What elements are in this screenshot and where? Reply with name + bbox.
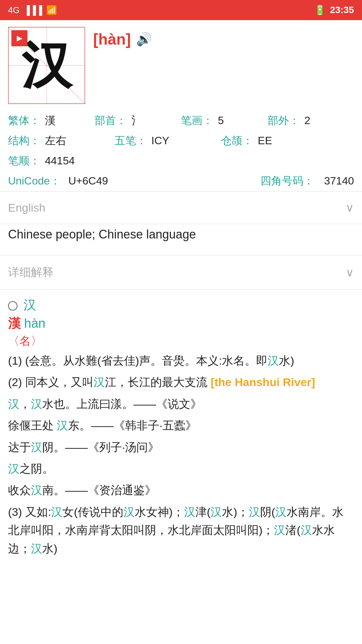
detail-para-4: 徐偃王处 汉东。——《韩非子·五蠹》 bbox=[8, 416, 354, 434]
detail-para-1: (1) (会意。从水難(省去佳)声。音燢。本义:水名。即汉水) bbox=[8, 352, 354, 370]
traditional-label: 繁体： bbox=[8, 113, 45, 128]
strokes-label: 笔画： bbox=[181, 113, 218, 128]
circle-marker-icon bbox=[8, 301, 17, 311]
strokes-outside-cell: 部外： 2 bbox=[267, 113, 354, 128]
structure-value: 左右 bbox=[45, 133, 115, 148]
detail-section-header[interactable]: 详细解释 ∨ bbox=[0, 255, 362, 289]
detail-chevron-icon: ∨ bbox=[346, 266, 354, 279]
inline-char: 汉 bbox=[249, 505, 260, 518]
clock: 23:35 bbox=[330, 5, 354, 15]
pos-tag: 〈名〉 bbox=[8, 333, 354, 349]
strokes-cell: 笔画： 5 bbox=[181, 113, 267, 128]
inline-english: [the Hanshui River] bbox=[210, 376, 315, 388]
detail-para-3: 汉，汉水也。上流曰漾。——《说文》 bbox=[8, 395, 354, 413]
unicode-value: U+6C49 bbox=[68, 175, 260, 187]
signal-label: 4G bbox=[8, 5, 20, 15]
inline-char: 汉 bbox=[31, 441, 42, 453]
entry-main-char: 漢 bbox=[8, 316, 21, 330]
english-section-label: English bbox=[8, 201, 46, 214]
stroke-order-value: 44154 bbox=[45, 155, 354, 167]
inline-char: 汉 bbox=[275, 505, 287, 518]
inline-char: 汉 bbox=[31, 397, 42, 410]
four-corner-label: 四角号码： bbox=[260, 174, 324, 189]
inline-char: 汉 bbox=[210, 505, 222, 518]
english-section-header[interactable]: English ∨ bbox=[0, 192, 362, 224]
radical-value: 氵 bbox=[131, 113, 181, 128]
status-left: 4G ▐▐▐ 📶 bbox=[8, 5, 57, 15]
battery-icon: 🔋 bbox=[314, 5, 326, 16]
inline-char: 汉 bbox=[267, 354, 279, 367]
inline-char: 汉 bbox=[51, 505, 62, 518]
play-button[interactable] bbox=[11, 30, 27, 46]
entry-circle-char: 汉 bbox=[23, 298, 36, 312]
cangjie-cell: 仓颉： EE bbox=[221, 133, 327, 148]
info-row-4: UniCode： U+6C49 四角号码： 37140 bbox=[8, 171, 354, 191]
inline-char: 汉 bbox=[123, 505, 135, 518]
inline-char: 汉 bbox=[31, 484, 42, 496]
traditional-cell: 繁体： 漢 bbox=[8, 113, 95, 128]
inline-char: 汉 bbox=[274, 524, 285, 536]
pinyin-area: [hàn] 🔊 bbox=[93, 27, 152, 48]
traditional-value: 漢 bbox=[45, 113, 95, 128]
strokes-outside-value: 2 bbox=[304, 114, 354, 127]
wubi-value: ICY bbox=[152, 135, 221, 147]
radical-cell: 部首： 氵 bbox=[95, 113, 181, 128]
entry-circle-title: 汉 bbox=[8, 297, 354, 314]
signal-bars-icon: ▐▐▐ bbox=[24, 5, 42, 15]
structure-cell: 结构： 左右 bbox=[8, 133, 115, 148]
inline-char-start: 汉 bbox=[8, 397, 19, 410]
character-box[interactable]: 汉 bbox=[8, 27, 85, 104]
inline-char: 汉 bbox=[57, 419, 68, 432]
english-definition: Chinese people; Chinese language bbox=[8, 227, 196, 241]
cangjie-label: 仓颉： bbox=[221, 133, 258, 148]
unicode-label: UniCode： bbox=[8, 174, 68, 189]
english-chevron-icon: ∨ bbox=[346, 201, 354, 214]
info-row-3: 笔顺： 44154 bbox=[8, 151, 354, 171]
sound-icon[interactable]: 🔊 bbox=[136, 32, 152, 47]
detail-para-5: 达于汉阴。——《列子·汤问》 bbox=[8, 438, 354, 456]
detail-para-7: 收众汉南。——《资治通鉴》 bbox=[8, 481, 354, 499]
detail-para-2: (2) 同本义，又叫汉江，长江的最大支流 [the Hanshui River] bbox=[8, 373, 354, 391]
wubi-cell: 五笔： ICY bbox=[115, 133, 221, 148]
character-display: 汉 bbox=[21, 40, 72, 91]
entry-main-pinyin: hàn bbox=[24, 316, 45, 330]
status-right: 🔋 23:35 bbox=[314, 5, 354, 16]
info-row-1: 繁体： 漢 部首： 氵 笔画： 5 部外： 2 bbox=[8, 111, 354, 131]
detail-para-8: (3) 又如:汉女(传说中的汉水女神)；汉津(汉水)；汉阴(汉水南岸。水北岸叫阳… bbox=[8, 503, 354, 557]
wubi-label: 五笔： bbox=[115, 133, 152, 148]
strokes-outside-label: 部外： bbox=[267, 113, 304, 128]
inline-char: 汉 bbox=[8, 462, 19, 475]
cangjie-value: EE bbox=[258, 135, 327, 147]
char-info-section: 汉 [hàn] 🔊 bbox=[0, 20, 362, 107]
stroke-order-label: 笔顺： bbox=[8, 154, 45, 168]
inline-char: 汉 bbox=[31, 542, 42, 555]
inline-char: 汉 bbox=[94, 376, 105, 388]
radical-label: 部首： bbox=[95, 113, 131, 128]
english-content: Chinese people; Chinese language bbox=[0, 224, 362, 255]
structure-label: 结构： bbox=[8, 133, 45, 148]
info-grid: 繁体： 漢 部首： 氵 笔画： 5 部外： 2 结构： 左右 五笔： ICY 仓… bbox=[0, 107, 362, 191]
strokes-value: 5 bbox=[218, 114, 267, 127]
detail-para-6: 汉之阴。 bbox=[8, 460, 354, 478]
four-corner-value: 37140 bbox=[324, 175, 354, 187]
inline-char: 汉 bbox=[301, 524, 312, 536]
detail-section-label: 详细解释 bbox=[8, 265, 54, 280]
pinyin-text: [hàn] bbox=[93, 30, 131, 48]
info-row-2: 结构： 左右 五笔： ICY 仓颉： EE bbox=[8, 131, 354, 151]
entry-main-title: 漢 hàn bbox=[8, 315, 354, 332]
detail-content: 汉 漢 hàn 〈名〉 (1) (会意。从水難(省去佳)声。音燢。本义:水名。即… bbox=[0, 290, 362, 568]
inline-char: 汉 bbox=[184, 505, 195, 518]
wifi-icon: 📶 bbox=[46, 5, 57, 15]
pinyin-row: [hàn] 🔊 bbox=[93, 30, 152, 48]
status-bar: 4G ▐▐▐ 📶 🔋 23:35 bbox=[0, 0, 362, 20]
